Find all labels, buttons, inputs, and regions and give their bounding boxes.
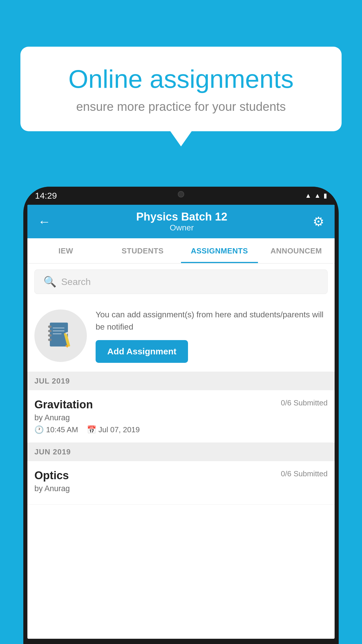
svg-rect-2	[48, 330, 52, 332]
header-title: Physics Batch 12	[136, 211, 227, 223]
clock-icon: 🕐	[34, 425, 44, 434]
back-button[interactable]: ←	[38, 214, 51, 229]
app-header: ← Physics Batch 12 Owner ⚙	[27, 205, 335, 238]
header-center: Physics Batch 12 Owner	[136, 211, 227, 232]
wifi-icon: ▲	[305, 192, 311, 200]
assignment-submitted-optics: 0/6 Submitted	[281, 469, 328, 478]
header-subtitle: Owner	[136, 223, 227, 232]
meta-date: 📅 Jul 07, 2019	[87, 425, 140, 434]
svg-rect-1	[48, 326, 52, 328]
assignment-by: by Anurag	[34, 413, 328, 422]
promo-text: You can add assignment(s) from here and …	[96, 309, 328, 333]
svg-rect-5	[53, 328, 64, 328]
tab-iew[interactable]: IEW	[27, 238, 104, 263]
assignment-item-gravitation[interactable]: Gravitation 0/6 Submitted by Anurag 🕐 10…	[27, 390, 335, 443]
camera-dot	[178, 191, 184, 197]
assignment-name: Gravitation	[34, 398, 93, 411]
promo-card: You can add assignment(s) from here and …	[27, 300, 335, 372]
promo-icon-circle	[34, 309, 87, 362]
speech-bubble-subtitle: ensure more practice for your students	[41, 100, 321, 114]
assignment-date: Jul 07, 2019	[99, 425, 140, 434]
phone-mockup: 14:29 ▲ ▲ ▮ ← Physics Batch 12 Owner ⚙ I…	[23, 187, 339, 644]
search-bar-wrapper: 🔍 Search	[27, 264, 335, 300]
status-time: 14:29	[35, 191, 57, 201]
status-icons: ▲ ▲ ▮	[305, 192, 327, 200]
speech-bubble: Online assignments ensure more practice …	[20, 47, 342, 131]
assignment-top: Gravitation 0/6 Submitted	[34, 398, 328, 411]
promo-content: You can add assignment(s) from here and …	[96, 309, 328, 363]
svg-rect-3	[48, 334, 52, 337]
signal-icon: ▲	[314, 192, 321, 200]
svg-rect-4	[48, 339, 52, 341]
speech-bubble-title: Online assignments	[41, 64, 321, 94]
add-assignment-button[interactable]: Add Assignment	[96, 340, 188, 363]
section-header-jul: JUL 2019	[27, 372, 335, 390]
search-icon: 🔍	[43, 276, 57, 288]
assignment-top-optics: Optics 0/6 Submitted	[34, 469, 328, 482]
assignment-item-optics[interactable]: Optics 0/6 Submitted by Anurag	[27, 461, 335, 505]
assignment-meta: 🕐 10:45 AM 📅 Jul 07, 2019	[34, 425, 328, 434]
calendar-icon: 📅	[87, 425, 96, 434]
search-input[interactable]: Search	[61, 276, 91, 287]
assignment-by-optics: by Anurag	[34, 484, 328, 493]
svg-rect-7	[53, 333, 61, 334]
notebook-icon	[48, 321, 74, 350]
meta-time: 🕐 10:45 AM	[34, 425, 78, 434]
tab-announcements[interactable]: ANNOUNCEM	[258, 238, 335, 263]
status-bar: 14:29 ▲ ▲ ▮	[23, 187, 339, 205]
settings-icon[interactable]: ⚙	[313, 214, 324, 229]
svg-rect-6	[53, 330, 64, 331]
battery-icon: ▮	[324, 192, 327, 200]
search-bar[interactable]: 🔍 Search	[34, 270, 328, 294]
speech-bubble-container: Online assignments ensure more practice …	[20, 47, 342, 131]
assignment-time: 10:45 AM	[46, 425, 78, 434]
notch	[155, 187, 207, 202]
tab-assignments[interactable]: ASSIGNMENTS	[181, 238, 258, 263]
section-header-jun: JUN 2019	[27, 443, 335, 461]
tab-bar: IEW STUDENTS ASSIGNMENTS ANNOUNCEM	[27, 238, 335, 264]
assignment-name-optics: Optics	[34, 469, 69, 482]
assignment-submitted: 0/6 Submitted	[281, 398, 328, 407]
phone-screen: ← Physics Batch 12 Owner ⚙ IEW STUDENTS …	[27, 205, 335, 639]
tab-students[interactable]: STUDENTS	[104, 238, 181, 263]
